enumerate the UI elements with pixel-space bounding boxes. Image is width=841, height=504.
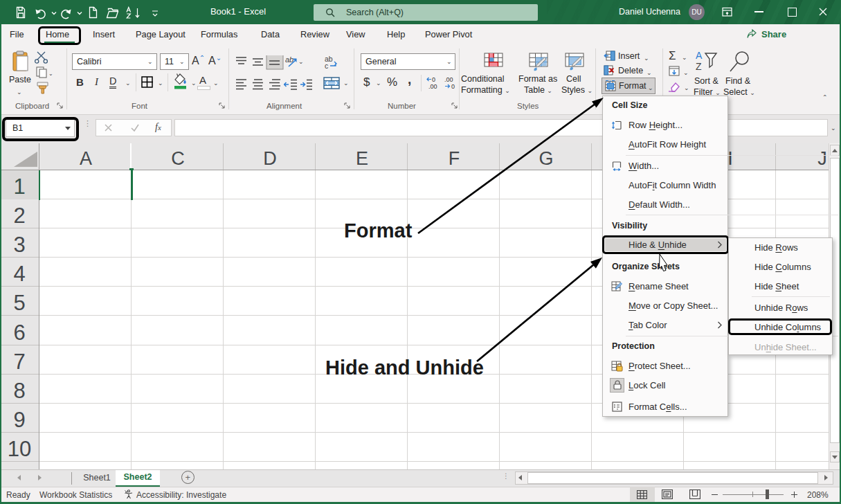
svg-text:.00: .00 (428, 83, 437, 90)
svg-text:Z: Z (696, 61, 702, 72)
svg-text:0: 0 (432, 76, 435, 83)
svg-text:.00: .00 (444, 76, 453, 83)
svg-text:⌄: ⌄ (48, 71, 53, 77)
svg-text:0: 0 (451, 83, 455, 90)
svg-text:A: A (696, 50, 703, 61)
svg-text:c: c (325, 62, 328, 69)
